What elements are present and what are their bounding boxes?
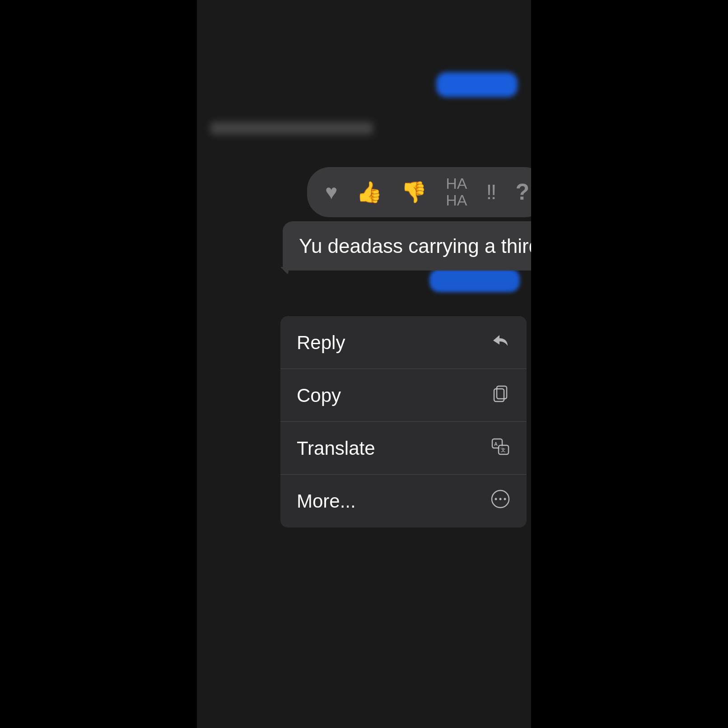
bg-text-block bbox=[210, 122, 373, 135]
thumbsup-reaction-icon[interactable]: 👍 bbox=[356, 182, 382, 202]
phone-screen: ♥ 👍 👎 HAHA ‼ ? Yu deadass carrying a thi… bbox=[120, 0, 608, 728]
svg-text:A: A bbox=[494, 441, 498, 447]
bg-bubble-bottom bbox=[429, 269, 520, 292]
copy-menu-item[interactable]: Copy bbox=[280, 369, 527, 422]
left-bar bbox=[120, 0, 197, 728]
heart-reaction-icon[interactable]: ♥ bbox=[325, 182, 337, 202]
more-menu-item[interactable]: More... bbox=[280, 475, 527, 527]
context-menu: Reply Copy Translate bbox=[280, 316, 527, 527]
svg-text:文: 文 bbox=[501, 448, 505, 453]
svg-rect-1 bbox=[494, 389, 504, 401]
svg-rect-0 bbox=[497, 386, 507, 399]
more-icon bbox=[490, 489, 510, 513]
exclamation-reaction-icon[interactable]: ‼ bbox=[486, 182, 497, 202]
copy-label: Copy bbox=[297, 385, 341, 406]
translate-icon: A 文 bbox=[490, 436, 510, 460]
question-reaction-icon[interactable]: ? bbox=[516, 181, 530, 203]
reply-icon bbox=[490, 331, 510, 355]
message-bubble: Yu deadass carrying a third leg bbox=[283, 221, 545, 271]
chat-background: ♥ 👍 👎 HAHA ‼ ? Yu deadass carrying a thi… bbox=[197, 0, 531, 728]
reply-menu-item[interactable]: Reply bbox=[280, 316, 527, 369]
svg-point-9 bbox=[504, 498, 506, 500]
right-bar bbox=[531, 0, 608, 728]
haha-reaction-icon[interactable]: HAHA bbox=[446, 175, 467, 209]
more-label: More... bbox=[297, 490, 356, 512]
svg-point-7 bbox=[495, 498, 497, 500]
reaction-pill: ♥ 👍 👎 HAHA ‼ ? bbox=[307, 167, 547, 217]
svg-point-8 bbox=[499, 498, 502, 500]
copy-icon bbox=[490, 383, 510, 407]
bg-bubble-top bbox=[436, 72, 518, 97]
translate-menu-item[interactable]: Translate A 文 bbox=[280, 422, 527, 475]
reply-label: Reply bbox=[297, 332, 345, 354]
thumbsdown-reaction-icon[interactable]: 👎 bbox=[401, 182, 427, 202]
translate-label: Translate bbox=[297, 438, 375, 459]
